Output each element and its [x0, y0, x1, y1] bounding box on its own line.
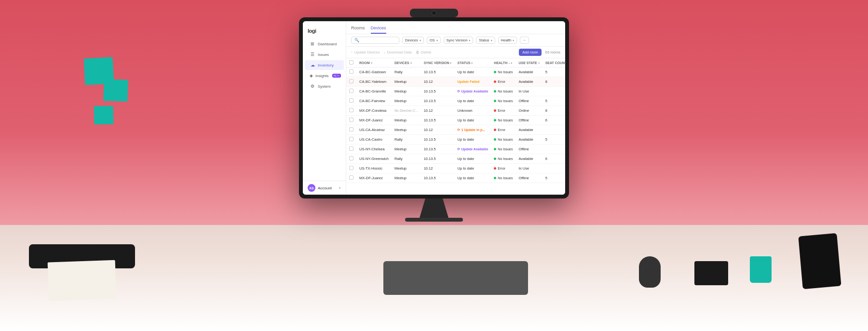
cell-seat-count [542, 145, 565, 154]
table-row[interactable]: US-CA-CastroRally10.13.5Up to dateNo Iss… [346, 135, 565, 145]
cell-room: US-CA-Alcatraz [356, 125, 392, 135]
cell-sync-version: 10.12 [421, 125, 455, 135]
health-dot [494, 148, 496, 150]
th-sync-version[interactable]: SYNC VERSION ▾ [421, 58, 455, 67]
tab-devices[interactable]: Devices [371, 24, 386, 34]
filter-more[interactable]: ··· [520, 37, 529, 44]
tab-rooms[interactable]: Rooms [351, 24, 365, 34]
health-dot [494, 119, 496, 121]
sidebar: logi ⊞ Dashboard ☰ Issues ☁ Inventory [303, 21, 346, 195]
table-row[interactable]: MX-DF-JuarezMeetup10.13.5Up to dateNo Is… [346, 173, 565, 183]
inventory-icon: ☁ [310, 63, 315, 67]
download-icon: ↓ [384, 50, 386, 54]
row-checkbox[interactable] [349, 175, 353, 180]
table-row[interactable]: MX-DF-JuarezMeetup10.13.5Up to dateNo Is… [346, 116, 565, 125]
cell-sync-version: 10.13.5 [421, 116, 455, 125]
cell-devices: No Devices C... [392, 106, 421, 116]
row-checkbox[interactable] [349, 156, 353, 160]
filter-devices[interactable]: Devices ▾ [402, 37, 424, 44]
add-room-button[interactable]: Add room [519, 49, 542, 56]
cell-room: US-TX-Hoosic [356, 164, 392, 173]
th-room[interactable]: ROOM ▾ [356, 58, 392, 67]
tablet [798, 233, 841, 290]
download-data-label: Download Data [387, 50, 411, 54]
update-devices-label: Update Devices [354, 50, 380, 54]
filter-sync-version-label: Sync Version [447, 38, 468, 42]
health-label: No Issues [498, 70, 513, 74]
cell-room: US-CA-Castro [356, 135, 392, 145]
select-all-checkbox[interactable] [349, 60, 353, 65]
cell-status: Up to date [454, 67, 491, 77]
table-row[interactable]: US-NY-ChelseaMeetup10.13.5⟳ Update Avail… [346, 145, 565, 154]
search-box[interactable]: 🔍 [351, 37, 399, 44]
filter-status[interactable]: Status ▾ [476, 37, 495, 44]
filter-os-label: OS [430, 38, 435, 42]
row-checkbox[interactable] [349, 108, 353, 112]
cell-health: Error [491, 77, 515, 87]
row-checkbox[interactable] [349, 127, 353, 132]
row-checkbox[interactable] [349, 69, 353, 74]
cell-room: CA-BC-Gastown [356, 67, 392, 77]
cell-seat-count: 5 [542, 135, 565, 145]
cell-status: ⟳ Update Available [454, 145, 491, 154]
health-label: No Issues [498, 157, 513, 160]
table-row[interactable]: US-CA-AlcatrazMeetup10.12⟳ 1 Update in p… [346, 125, 565, 135]
filter-sync-version[interactable]: Sync Version ▾ [444, 37, 474, 44]
row-checkbox[interactable] [349, 89, 353, 93]
cell-seat-count: 8 [542, 106, 565, 116]
keyboard [383, 261, 528, 295]
sidebar-item-insights[interactable]: ◈ Insights BETA [305, 71, 344, 80]
rooms-count: 63 rooms [545, 50, 560, 54]
webcam-bar [410, 9, 458, 17]
cell-health: Error [491, 125, 515, 135]
cell-health: No Issues [491, 96, 515, 106]
cell-devices: Meetup [392, 173, 421, 183]
cell-devices: Rally [392, 154, 421, 164]
table-row[interactable]: MX-DF-CondesaNo Devices C...10.12Unknown… [346, 106, 565, 116]
chevron-down-icon: ▾ [513, 39, 514, 42]
cell-status: Up to date [454, 116, 491, 125]
row-checkbox[interactable] [349, 146, 353, 151]
row-checkbox[interactable] [349, 98, 353, 103]
cell-seat-count: 5 [542, 173, 565, 183]
th-health[interactable]: HEALTH + ▾ [491, 58, 515, 67]
health-label: Error [498, 80, 505, 83]
table-container: ROOM ▾ DEVICES ▾ SYNC VERSION ▾ STATUS ▾… [346, 58, 565, 195]
sidebar-item-dashboard[interactable]: ⊞ Dashboard [305, 39, 344, 49]
cell-room: US-NY-Chelsea [356, 145, 392, 154]
account-section[interactable]: Ab Account ∧ [303, 181, 346, 195]
health-dot [494, 100, 496, 102]
cell-room: MX-DF-Condesa [356, 106, 392, 116]
th-use-state[interactable]: USE STATE ▾ [515, 58, 542, 67]
row-checkbox[interactable] [349, 137, 353, 141]
table-row[interactable]: CA-BC-FairviewMeetup10.13.5Up to dateNo … [346, 96, 565, 106]
cell-room: CA-BC-Fairview [356, 96, 392, 106]
cell-health: No Issues [491, 87, 515, 96]
th-status[interactable]: STATUS ▾ [454, 58, 491, 67]
th-devices[interactable]: DEVICES ▾ [392, 58, 421, 67]
issues-icon: ☰ [310, 52, 315, 57]
cell-health: Error [491, 106, 515, 116]
sidebar-item-issues[interactable]: ☰ Issues [305, 50, 344, 59]
cell-health: No Issues [491, 135, 515, 145]
cell-sync-version: 10.12 [421, 164, 455, 173]
table-row[interactable]: CA-BC-YaletownMeetup10.12Update FailedEr… [346, 77, 565, 87]
row-checkbox[interactable] [349, 166, 353, 170]
cell-status: Up to date [454, 96, 491, 106]
table-row[interactable]: CA-BC-GastownRally10.13.5Up to dateNo Is… [346, 67, 565, 77]
document [48, 260, 117, 301]
table-row[interactable]: CA-BC-GranvilleMeetup10.13.5⟳ Update Ava… [346, 87, 565, 96]
health-dot [494, 158, 496, 160]
filter-os[interactable]: OS ▾ [427, 37, 441, 44]
mouse [639, 256, 661, 288]
monitor: logi ⊞ Dashboard ☰ Issues ☁ Inventory [299, 9, 569, 222]
health-label: No Issues [498, 138, 513, 141]
row-checkbox[interactable] [349, 118, 353, 122]
row-checkbox[interactable] [349, 79, 353, 83]
sidebar-item-inventory[interactable]: ☁ Inventory [305, 60, 344, 70]
th-seat-count[interactable]: SEAT COUNT ▾ [542, 58, 565, 67]
table-row[interactable]: US-NY-GreenwichRally10.13.5Up to dateNo … [346, 154, 565, 164]
filter-health[interactable]: Health ▾ [498, 37, 517, 44]
table-row[interactable]: US-TX-HoosicMeetup10.12Up to dateErrorIn… [346, 164, 565, 173]
sidebar-item-system[interactable]: ⚙ System [305, 81, 344, 91]
